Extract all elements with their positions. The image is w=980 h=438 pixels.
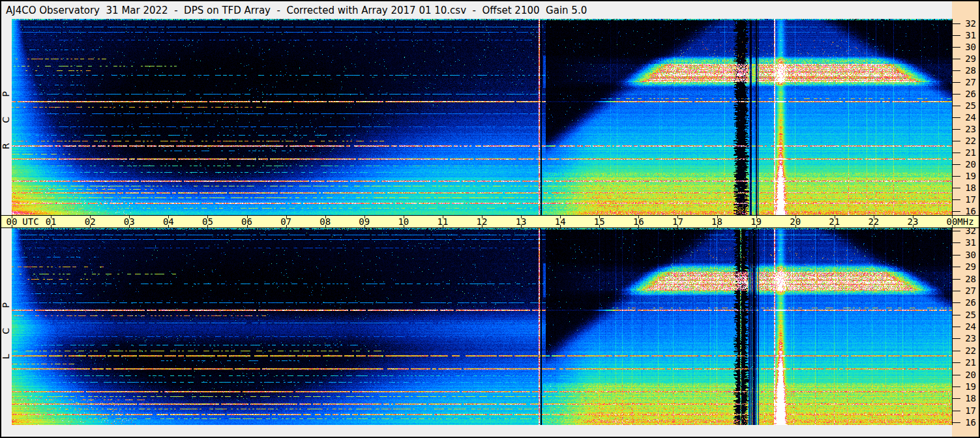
- time-axis-tick: [207, 225, 208, 227]
- time-axis-tick: [913, 216, 913, 218]
- freq-axis-tick-label: 24: [958, 321, 976, 332]
- freq-axis-tick-label: 21: [958, 147, 976, 158]
- time-axis-tick: [247, 216, 248, 218]
- freq-axis-tick-label: 31: [958, 237, 976, 248]
- time-axis-tick: [51, 216, 52, 218]
- spectrogram-panel-rcp: [12, 19, 952, 215]
- freq-axis-tick-label: 20: [958, 370, 976, 380]
- time-axis-tick: [795, 225, 796, 227]
- panel-label-rcp: R C P: [1, 81, 11, 151]
- panel-label-lcp: L C P: [1, 292, 11, 361]
- time-axis-tick: [207, 216, 208, 218]
- time-axis-tick: [913, 225, 913, 227]
- time-axis-tick: [482, 225, 483, 227]
- freq-axis-tick-label: 19: [958, 381, 976, 392]
- time-axis-tick: [168, 225, 169, 227]
- time-axis-tick: [129, 225, 130, 227]
- time-axis-tick: [247, 225, 248, 227]
- time-axis-tick: [638, 225, 639, 227]
- time-axis-tick: [325, 225, 326, 227]
- freq-axis-tick-label: 29: [958, 53, 976, 64]
- time-axis-tick: [168, 216, 169, 218]
- time-axis-tick: [404, 225, 404, 227]
- freq-axis-tick-label: 28: [958, 274, 976, 284]
- time-axis-tick: [521, 216, 522, 218]
- time-axis-tick: [560, 225, 561, 227]
- freq-axis-tick-label: 21: [958, 357, 976, 368]
- time-axis-tick: [795, 216, 796, 218]
- freq-axis-tick-label: 26: [958, 297, 976, 308]
- time-axis-tick: [756, 225, 757, 227]
- time-axis-tick: [952, 216, 953, 218]
- time-axis-tick: [874, 225, 874, 227]
- utc-axis-label: UTC: [22, 216, 38, 227]
- spectrogram-panel-lcp: [12, 228, 952, 425]
- time-axis-tick: [482, 216, 483, 218]
- freq-axis-tick-label: 30: [958, 250, 976, 260]
- freq-axis-tick-label: 31: [958, 30, 976, 40]
- freq-axis-tick-label: 19: [958, 171, 976, 181]
- freq-axis-tick-label: 27: [958, 285, 976, 296]
- time-axis-tick: [521, 225, 522, 227]
- freq-axis-tick-label: 26: [958, 89, 976, 99]
- time-axis-tick: [717, 216, 718, 218]
- time-axis-tick: [404, 216, 404, 218]
- time-axis-tick: [325, 216, 326, 218]
- time-axis-tick: [286, 216, 287, 218]
- time-axis-tick: [677, 216, 678, 218]
- time-axis-tick: [560, 216, 561, 218]
- freq-axis-tick-label: 22: [958, 345, 976, 356]
- freq-axis-tick-label: 32: [958, 226, 976, 236]
- freq-axis-tick-label: 25: [958, 310, 976, 320]
- time-axis-tick: [952, 225, 953, 227]
- title-bar: AJ4CO Observatory 31 Mar 2022 - DPS on T…: [1, 1, 952, 19]
- freq-axis-tick-label: 24: [958, 112, 976, 123]
- time-axis-tick: [835, 225, 835, 227]
- time-axis-tick: [12, 216, 12, 218]
- freq-axis-tick-label: 29: [958, 261, 976, 272]
- freq-axis-tick-label: 30: [958, 42, 976, 52]
- freq-axis-tick-label: 18: [958, 182, 976, 193]
- time-axis-tick: [677, 225, 678, 227]
- time-axis-tick: [443, 216, 443, 218]
- time-axis-tick: [874, 216, 874, 218]
- freq-axis-tick-label: 16: [958, 417, 976, 428]
- freq-axis-tick-label: 16: [958, 206, 976, 216]
- freq-axis-tick-label: 20: [958, 159, 976, 169]
- freq-axis-tick-label: 23: [958, 333, 976, 343]
- time-axis-tick: [129, 216, 130, 218]
- time-axis-tick: [364, 216, 365, 218]
- freq-axis-tick-label: 17: [958, 405, 976, 416]
- time-axis-tick: [638, 216, 639, 218]
- freq-axis-tick-label: 28: [958, 65, 976, 76]
- freq-axis-tick-label: 18: [958, 393, 976, 403]
- time-axis-tick: [756, 216, 757, 218]
- freq-axis-tick-label: 17: [958, 194, 976, 205]
- freq-axis-tick-label: 27: [958, 77, 976, 87]
- time-axis-tick: [364, 225, 365, 227]
- time-axis-tick: [599, 225, 600, 227]
- time-axis-tick: [599, 216, 600, 218]
- time-axis-tick: [51, 225, 52, 227]
- time-axis-tick: [90, 216, 91, 218]
- time-axis-tick: [443, 225, 443, 227]
- time-axis-tick: [717, 225, 718, 227]
- time-axis-tick: [12, 225, 12, 227]
- freq-axis-tick-label: 23: [958, 124, 976, 134]
- freq-axis-tick-label: 32: [958, 18, 976, 29]
- freq-axis-tick-label: 25: [958, 100, 976, 111]
- app-window: AJ4CO Observatory 31 Mar 2022 - DPS on T…: [0, 0, 980, 438]
- time-axis-tick: [286, 225, 287, 227]
- time-axis-tick: [835, 216, 835, 218]
- time-axis-tick: [90, 225, 91, 227]
- page-title: AJ4CO Observatory 31 Mar 2022 - DPS on T…: [6, 5, 587, 16]
- freq-axis-tick-label: 22: [958, 136, 976, 146]
